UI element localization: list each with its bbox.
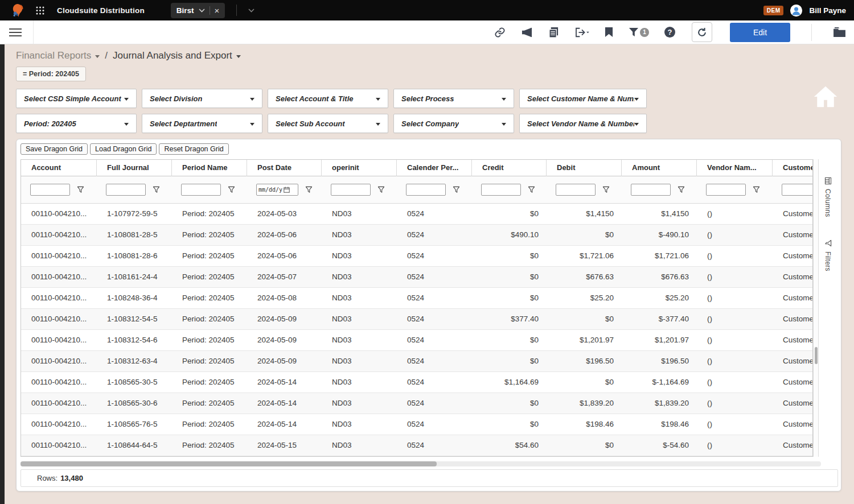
filter-funnel-icon[interactable] [678,186,685,193]
save-dragon-grid-button[interactable]: Save Dragon Grid [20,143,88,155]
edit-button[interactable]: Edit [730,23,790,42]
prompt-select[interactable]: Select Company [393,114,514,133]
prompt-select[interactable]: Select Sub Account [268,114,388,133]
prompt-row: Period: 202405Select DeptartmentSelect S… [16,114,844,133]
filter-funnel-icon[interactable] [453,186,460,193]
close-icon[interactable]: × [215,6,220,15]
column-header[interactable]: Post Date [247,160,322,176]
table-cell: $1,721.06 [622,246,697,267]
column-filter-input[interactable] [556,184,596,196]
column-filter-input[interactable] [331,184,371,196]
column-filter-input[interactable] [631,184,671,196]
column-header[interactable]: Full Journal [97,160,172,176]
table-row[interactable]: 00110-004210...1-108161-24-4Period: 2024… [21,267,813,288]
table-cell: $-490.10 [622,225,697,246]
column-header[interactable]: Credit [472,160,547,176]
table-row[interactable]: 00110-004210...1-108565-76-5Period: 2024… [21,414,813,435]
table-row[interactable]: 00110-004210...1-108312-54-5Period: 2024… [21,309,813,330]
prompt-select[interactable]: Select CSD Simple Account [16,89,137,108]
prompt-select[interactable]: Select Vendor Name & Number [519,114,647,133]
vertical-scrollbar[interactable] [813,159,819,457]
breadcrumb-parent[interactable]: Financial Reports [16,50,100,61]
filter-funnel-icon[interactable] [528,186,535,193]
column-header[interactable]: Customer Na... [773,160,813,176]
user-name[interactable]: Bill Payne [809,6,846,15]
period-filter-chip[interactable]: = Period: 202405 [16,67,86,81]
funnel-icon [824,239,832,247]
page-title[interactable]: Journal Analysis and Export [113,50,241,61]
column-filter-input[interactable] [181,184,221,196]
table-cell: 0524 [397,330,472,351]
reset-dragon-grid-button[interactable]: Reset Dragon Grid [159,143,228,155]
export-icon[interactable] [574,27,589,38]
filter-funnel-icon[interactable] [753,186,760,193]
load-dragon-grid-button[interactable]: Load Dragon Grid [90,143,157,155]
prompt-select[interactable]: Period: 202405 [16,114,137,133]
filter-funnel-icon[interactable] [77,186,84,193]
column-filter-input[interactable] [706,184,746,196]
column-header[interactable]: Calender Per... [397,160,472,176]
chevron-down-icon[interactable] [199,9,205,13]
filter-funnel-icon[interactable] [153,186,160,193]
table-cell: $54.60 [472,435,547,456]
folder-icon[interactable] [833,27,846,38]
table-row[interactable]: 00110-004210...1-108565-30-5Period: 2024… [21,372,813,393]
horizontal-scrollbar-thumb[interactable] [20,461,437,466]
home-icon[interactable] [812,84,839,110]
vertical-scrollbar-thumb[interactable] [815,347,818,364]
menu-icon[interactable] [8,26,23,39]
prompt-select[interactable]: Select Deptartment [142,114,262,133]
table-row[interactable]: 00110-004210...1-108312-54-6Period: 2024… [21,330,813,351]
announcement-icon[interactable] [521,27,533,38]
filter-funnel-icon[interactable] [602,186,610,193]
grid-header-row: AccountFull JournalPeriod NamePost Dateo… [21,160,813,176]
column-header[interactable]: operinit [322,160,397,176]
refresh-button[interactable] [692,22,712,42]
post-date-filter-input[interactable]: mm/dd/y [256,184,298,196]
tab-birst[interactable]: Birst × [171,3,225,18]
filter-funnel-icon[interactable] [228,186,235,193]
column-header-label: operinit [332,163,359,172]
chevron-down-icon[interactable] [248,9,254,13]
table-cell: Customer [773,414,813,435]
table-row[interactable]: 00110-004210...1-107972-59-5Period: 2024… [21,204,813,225]
table-cell: ND03 [322,246,397,267]
table-row[interactable]: 00110-004210...1-108312-63-4Period: 2024… [21,351,813,372]
bookmark-icon[interactable] [605,27,613,38]
column-header[interactable]: Amount [622,160,697,176]
table-cell: 0524 [397,393,472,414]
app-launcher-icon[interactable] [36,6,44,15]
filters-applied-button[interactable]: 1 [629,27,649,37]
column-filter-input[interactable] [406,184,446,196]
column-filter-input[interactable] [106,184,146,196]
tab-filters[interactable]: Filters [824,239,832,271]
column-header[interactable]: Period Name [172,160,247,176]
copy-report-icon[interactable] [548,27,559,38]
data-grid: AccountFull JournalPeriod NamePost Dateo… [20,159,837,457]
help-icon[interactable]: ? [664,27,675,38]
column-header[interactable]: Debit [547,160,622,176]
table-row[interactable]: 00110-004210...1-108565-30-6Period: 2024… [21,393,813,414]
column-filter-cell [697,184,773,196]
prompt-select[interactable]: Select Customer Name & Number [519,89,647,108]
avatar[interactable] [790,5,802,16]
column-filter-input[interactable] [30,184,70,196]
prompt-select[interactable]: Select Account & Title [268,89,388,108]
filter-funnel-icon[interactable] [305,186,313,193]
share-link-icon[interactable] [494,27,506,38]
column-header[interactable]: Vendor Nam... [697,160,773,176]
tab-columns[interactable]: Columns [824,177,832,217]
table-row[interactable]: 00110-004210...1-108248-36-4Period: 2024… [21,288,813,309]
column-filter-input[interactable] [782,184,813,196]
horizontal-scrollbar[interactable] [20,461,821,466]
calendar-icon[interactable] [284,187,290,193]
table-row[interactable]: 00110-004210...1-108644-64-5Period: 2024… [21,435,813,456]
column-filter-input[interactable] [481,184,521,196]
table-row[interactable]: 00110-004210...1-108081-28-6Period: 2024… [21,246,813,267]
prompt-select[interactable]: Select Division [142,89,262,108]
column-header[interactable]: Account [21,160,97,176]
toolbar-divider [33,20,34,44]
prompt-select[interactable]: Select Process [393,89,514,108]
table-row[interactable]: 00110-004210...1-108081-28-5Period: 2024… [21,225,813,246]
filter-funnel-icon[interactable] [377,186,385,193]
